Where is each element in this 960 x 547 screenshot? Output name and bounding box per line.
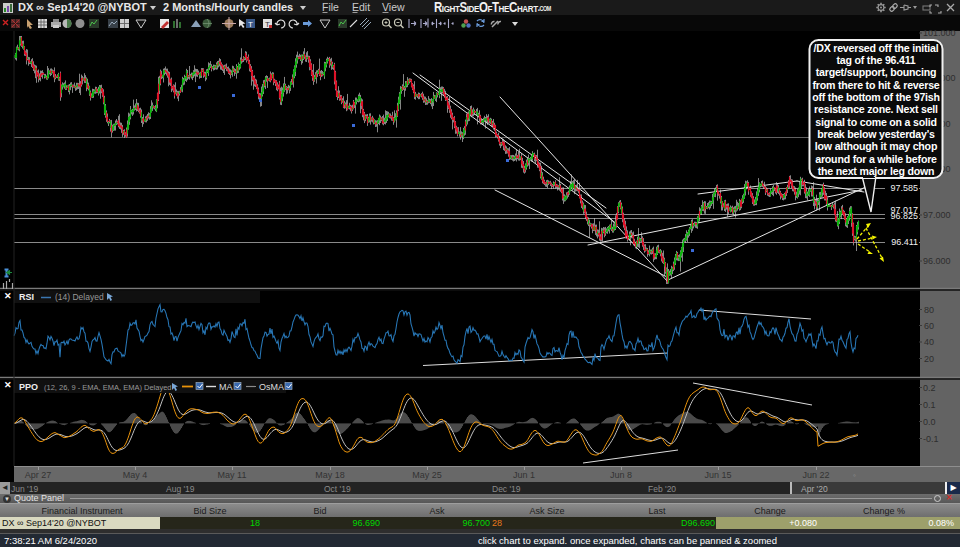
- svg-text:T: T: [248, 20, 253, 29]
- svg-text:(12, 26, 9 - EMA, EMA, EMA) De: (12, 26, 9 - EMA, EMA, EMA) Delayed: [44, 383, 172, 392]
- svg-text:✕: ✕: [4, 380, 12, 390]
- svg-text:signal to come on a solid: signal to come on a solid: [815, 116, 937, 128]
- svg-text:-0.1: -0.1: [923, 434, 939, 444]
- svg-text:96.000: 96.000: [923, 256, 951, 266]
- svg-text:RSI: RSI: [19, 292, 34, 302]
- svg-text:97.585: 97.585: [890, 183, 918, 193]
- svg-text:97.000: 97.000: [923, 210, 951, 220]
- svg-text:target/support, bouncing: target/support, bouncing: [816, 66, 937, 78]
- svg-text:MA: MA: [219, 382, 233, 392]
- svg-text:the next major leg down: the next major leg down: [818, 165, 935, 177]
- svg-text:PPO: PPO: [19, 382, 38, 392]
- svg-text:96.825: 96.825: [890, 211, 918, 221]
- svg-text:around for a while before: around for a while before: [815, 153, 937, 165]
- svg-text:Edit: Edit: [352, 1, 370, 13]
- svg-text:from there to hit & reverse: from there to hit & reverse: [812, 79, 939, 91]
- svg-text:DX ∞ Sep14'20 @NYBOT: DX ∞ Sep14'20 @NYBOT: [18, 1, 147, 13]
- svg-text:✕: ✕: [4, 291, 12, 301]
- svg-text:60: 60: [924, 321, 934, 331]
- svg-text:80: 80: [924, 305, 934, 315]
- svg-text:2 Months/Hourly candles: 2 Months/Hourly candles: [163, 1, 293, 13]
- svg-text:0.0: 0.0: [923, 417, 936, 427]
- svg-text:low although it may chop: low although it may chop: [815, 140, 938, 152]
- svg-text:40: 40: [924, 337, 934, 347]
- svg-text:/DX reversed off the initial: /DX reversed off the initial: [813, 42, 938, 54]
- svg-text:View: View: [382, 1, 405, 13]
- svg-text:OsMA: OsMA: [259, 382, 284, 392]
- svg-text:RightSideOfTheChart.com: RightSideOfTheChart.com: [434, 0, 551, 15]
- svg-text:File: File: [322, 1, 339, 13]
- svg-text:96.411: 96.411: [891, 237, 918, 247]
- svg-text:tag of the 96.411: tag of the 96.411: [836, 54, 915, 66]
- svg-text:off the bottom of the 97ish: off the bottom of the 97ish: [812, 91, 940, 103]
- svg-text:0.1: 0.1: [923, 400, 936, 410]
- svg-text:20: 20: [924, 354, 934, 364]
- svg-text:0.2: 0.2: [923, 383, 936, 393]
- svg-text:(14) Delayed: (14) Delayed: [55, 292, 104, 302]
- svg-text:resistance zone. Next sell: resistance zone. Next sell: [814, 103, 938, 115]
- svg-text:break below yesterday's: break below yesterday's: [817, 128, 935, 140]
- svg-text:101.000: 101.000: [923, 28, 956, 38]
